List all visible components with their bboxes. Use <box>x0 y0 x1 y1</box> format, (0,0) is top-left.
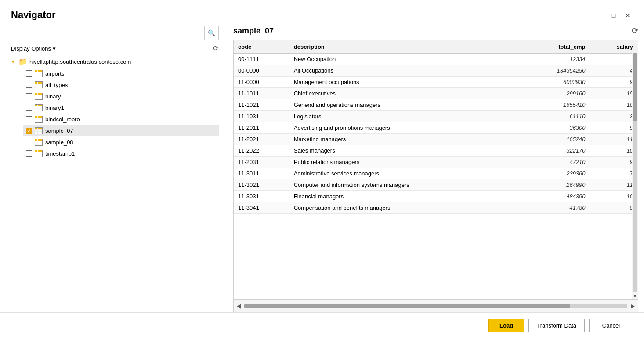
item-label: bindcol_repro <box>45 116 80 123</box>
tree-item[interactable]: binary1 <box>23 102 219 113</box>
cell-description: New Occupation <box>289 54 520 65</box>
chevron-down-icon: ▾ <box>53 45 56 52</box>
tree-item[interactable]: sample_07 <box>23 125 219 136</box>
table-row: 11-3031Financial managers48439010 <box>234 191 638 202</box>
display-options-label: Display Options <box>11 45 51 52</box>
data-table-container: codedescriptiontotal_empsalary 00-1111Ne… <box>233 40 638 312</box>
table-icon <box>35 116 43 123</box>
data-table-scroll[interactable]: codedescriptiontotal_empsalary 00-1111Ne… <box>234 40 638 299</box>
scroll-left-button[interactable]: ◀ <box>235 302 242 310</box>
vertical-scrollbar[interactable]: ▲ ▼ <box>632 40 638 299</box>
table-icon <box>35 127 43 134</box>
table-row: 11-1031Legislators611103 <box>234 111 638 122</box>
cell-salary <box>590 54 637 65</box>
search-button[interactable]: 🔍 <box>204 26 218 40</box>
col-header-description: description <box>289 40 520 54</box>
load-button[interactable]: Load <box>488 319 524 332</box>
table-icon <box>35 81 43 88</box>
table-icon <box>35 139 43 146</box>
cell-description: Financial managers <box>289 191 520 202</box>
cell-description: Advertising and promotions managers <box>289 122 520 134</box>
cell-description: Sales managers <box>289 145 520 157</box>
cell-salary: 11 <box>590 134 637 145</box>
refresh-icon: ⟳ <box>213 44 219 52</box>
table-icon <box>35 104 43 111</box>
title-bar: Navigator □ ✕ <box>0 0 644 21</box>
table-row: 11-2021Marketing managers16524011 <box>234 134 638 145</box>
cell-salary: 9 <box>590 122 637 134</box>
horizontal-scrollbar-row: ◀ ▶ <box>234 299 638 312</box>
cancel-button[interactable]: Cancel <box>589 319 633 332</box>
table-row: 11-2031Public relations managers472109 <box>234 157 638 168</box>
cell-total_emp: 484390 <box>520 191 590 202</box>
cell-code: 00-1111 <box>234 54 289 65</box>
cell-code: 11-2021 <box>234 134 289 145</box>
cell-code: 00-0000 <box>234 65 289 77</box>
item-checkbox <box>26 82 32 88</box>
table-row: 00-0000All Occupations1343542504 <box>234 65 638 77</box>
cell-code: 11-0000 <box>234 77 289 88</box>
display-options-button[interactable]: Display Options ▾ <box>11 45 56 52</box>
tree-item[interactable]: all_types <box>23 79 219 91</box>
maximize-button[interactable]: □ <box>608 10 619 21</box>
cell-description: Public relations managers <box>289 157 520 168</box>
search-input[interactable] <box>11 26 204 40</box>
table-row: 11-3011Administrative services managers2… <box>234 168 638 179</box>
table-row: 11-0000Management occupations60039309 <box>234 77 638 88</box>
item-label: binary <box>45 93 61 100</box>
cell-description: All Occupations <box>289 65 520 77</box>
preview-title: sample_07 <box>233 26 274 36</box>
cell-total_emp: 322170 <box>520 145 590 157</box>
cell-code: 11-1031 <box>234 111 289 122</box>
table-row: 11-1021General and operations managers16… <box>234 99 638 111</box>
tree-area: ▼ 📁 hivellaphttp.southcentralus.contoso.… <box>11 56 219 312</box>
cell-total_emp: 134354250 <box>520 65 590 77</box>
search-box: 🔍 <box>11 26 219 40</box>
item-label: airports <box>45 70 64 77</box>
table-row: 00-1111New Occupation12334 <box>234 54 638 65</box>
scroll-thumb <box>633 48 637 121</box>
item-checkbox <box>26 93 32 99</box>
transform-data-button[interactable]: Transform Data <box>528 319 585 332</box>
scroll-track <box>633 48 637 292</box>
table-icon <box>35 70 43 77</box>
tree-item[interactable]: airports <box>23 68 219 79</box>
tree-item[interactable]: binary <box>23 91 219 102</box>
folder-expand-arrow: ▼ <box>11 59 16 64</box>
tree-item[interactable]: sample_08 <box>23 136 219 148</box>
cell-description: General and operations managers <box>289 99 520 111</box>
cell-total_emp: 12334 <box>520 54 590 65</box>
preview-header: sample_07 ⟳ <box>233 26 638 36</box>
cell-code: 11-3011 <box>234 168 289 179</box>
cell-salary: 3 <box>590 111 637 122</box>
cell-total_emp: 36300 <box>520 122 590 134</box>
cell-code: 11-1011 <box>234 88 289 99</box>
cell-code: 11-3021 <box>234 179 289 191</box>
cell-code: 11-2031 <box>234 157 289 168</box>
item-checkbox <box>26 139 32 145</box>
cell-code: 11-1021 <box>234 99 289 111</box>
col-header-code: code <box>234 40 289 54</box>
cell-salary: 7 <box>590 168 637 179</box>
tree-folder[interactable]: ▼ 📁 hivellaphttp.southcentralus.contoso.… <box>11 56 219 68</box>
cell-salary: 9 <box>590 157 637 168</box>
col-header-salary: salary <box>590 40 637 54</box>
preview-refresh-button[interactable]: ⟳ <box>632 26 638 36</box>
scroll-down-button[interactable]: ▼ <box>632 292 638 299</box>
table-row: 11-1011Chief executives29916015 <box>234 88 638 99</box>
cell-description: Compensation and benefits managers <box>289 202 520 214</box>
cell-salary: 11 <box>590 179 637 191</box>
refresh-button[interactable]: ⟳ <box>213 44 219 52</box>
navigator-dialog: Navigator □ ✕ 🔍 Display Options ▾ ⟳ <box>0 0 644 339</box>
cell-code: 11-3031 <box>234 191 289 202</box>
close-button[interactable]: ✕ <box>622 10 633 21</box>
cell-code: 11-2022 <box>234 145 289 157</box>
folder-icon: 📁 <box>18 58 27 66</box>
tree-item[interactable]: timestamp1 <box>23 148 219 159</box>
cell-total_emp: 6003930 <box>520 77 590 88</box>
item-label: binary1 <box>45 105 64 111</box>
cell-description: Administrative services managers <box>289 168 520 179</box>
tree-item[interactable]: bindcol_repro <box>23 113 219 125</box>
scroll-right-button[interactable]: ▶ <box>629 302 637 310</box>
cell-code: 11-3041 <box>234 202 289 214</box>
